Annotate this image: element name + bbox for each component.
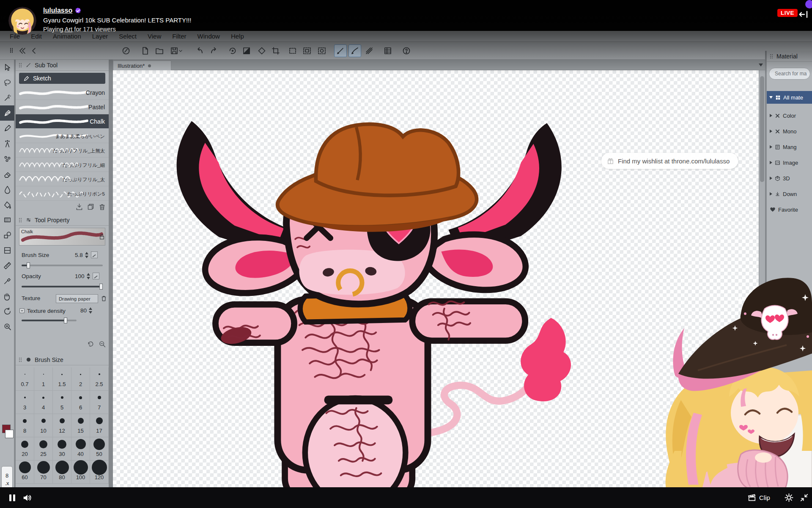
brush-frill-3[interactable]: たっぷりフリル_太	[16, 172, 109, 186]
exit-fullscreen-icon[interactable]	[797, 487, 811, 508]
menu-help[interactable]: Help	[225, 33, 250, 40]
clear-icon[interactable]	[226, 44, 239, 57]
material-item-download[interactable]: Down	[767, 188, 812, 200]
size-option[interactable]: 8	[16, 414, 34, 437]
tool-decoration[interactable]	[0, 151, 14, 166]
volume-button[interactable]	[20, 487, 34, 508]
size-option[interactable]: 2.5	[90, 367, 109, 391]
invert-icon[interactable]	[240, 44, 253, 57]
size-option[interactable]: 1	[34, 367, 53, 391]
streamer-avatar[interactable]	[8, 7, 36, 35]
brush-ribbon[interactable]: たっぷりリボン5	[16, 186, 109, 201]
show-all-settings-icon[interactable]	[98, 340, 106, 348]
tool-pencil[interactable]	[0, 121, 14, 136]
material-search[interactable]: Search for ma	[769, 68, 810, 80]
size-option[interactable]: 30	[53, 437, 71, 461]
tool-magic-wand[interactable]	[0, 90, 14, 105]
size-option[interactable]: 3	[16, 391, 34, 414]
material-item-manga[interactable]: Mang	[767, 141, 812, 153]
size-option[interactable]: 15	[71, 414, 90, 437]
undo-icon[interactable]	[193, 44, 206, 57]
size-option[interactable]: 10	[34, 414, 53, 437]
material-item-all-materials[interactable]: All mate	[767, 91, 812, 104]
size-option[interactable]: 17	[90, 414, 109, 437]
snap-special-ruler-icon[interactable]	[348, 44, 361, 57]
density-stepper[interactable]	[89, 307, 92, 314]
size-option[interactable]: 70	[34, 461, 53, 484]
tool-blend[interactable]	[0, 182, 14, 197]
tool-frame-border[interactable]	[0, 243, 14, 258]
tool-gradient[interactable]	[0, 212, 14, 227]
clip-button[interactable]: Clip	[748, 487, 770, 508]
opacity-control[interactable]: 100	[75, 273, 99, 279]
tool-fill-bucket[interactable]	[0, 197, 14, 212]
size-option[interactable]: 0.7	[16, 367, 34, 391]
brush-soft-pen[interactable]: まあまあ柔らかいペン	[16, 129, 109, 143]
size-option[interactable]: 1.5	[53, 367, 71, 391]
wishlist-chat-bubble[interactable]: Find my wishlist at throne.com/lululasso	[601, 153, 738, 169]
tool-lasso[interactable]	[0, 75, 14, 90]
brush-frill-2[interactable]: たっぷりフリル_細	[16, 157, 109, 172]
select-rect-icon[interactable]	[286, 44, 299, 57]
menu-window[interactable]: Window	[192, 33, 225, 40]
category-link[interactable]: Art	[65, 26, 73, 33]
size-option[interactable]: 25	[34, 437, 53, 461]
subtool-panel-header[interactable]: Sub Tool	[16, 60, 109, 71]
select-shrink-icon[interactable]	[301, 44, 313, 57]
texture-dropdown[interactable]: Drawing paper	[56, 294, 98, 303]
size-option[interactable]: 20	[16, 437, 34, 461]
background-color-swatch[interactable]	[5, 430, 14, 438]
new-canvas-icon[interactable]	[139, 44, 151, 57]
delete-subtool-icon[interactable]	[98, 203, 106, 211]
panel-splitter[interactable]	[109, 60, 113, 508]
tool-rotate-view[interactable]	[0, 304, 14, 319]
brush-chalk[interactable]: Chalk	[16, 114, 109, 129]
crop-icon[interactable]	[269, 44, 282, 57]
size-option[interactable]: 6	[71, 391, 90, 414]
tool-airbrush[interactable]	[0, 136, 14, 151]
tab-list-dropdown-icon[interactable]	[759, 64, 763, 66]
tool-move[interactable]	[0, 60, 14, 75]
brush-size-slider[interactable]	[22, 265, 103, 266]
size-option[interactable]: 5	[53, 391, 71, 414]
user-avatar-dot[interactable]	[805, 0, 812, 8]
size-option[interactable]: 100	[71, 461, 90, 484]
material-item-image[interactable]: Image	[767, 156, 812, 169]
brush-pastel[interactable]: Pastel	[16, 100, 109, 114]
tool-eraser[interactable]	[0, 166, 14, 182]
fill-icon[interactable]	[255, 44, 268, 57]
size-option[interactable]: 50	[90, 437, 109, 461]
material-item-color[interactable]: Color	[767, 109, 812, 122]
import-subtool-icon[interactable]	[75, 203, 83, 211]
onion-skin-icon[interactable]	[381, 44, 394, 57]
tool-ruler[interactable]	[0, 258, 14, 273]
brush-frill-1[interactable]: たっぷりフリル_上無太	[16, 143, 109, 157]
tool-hand[interactable]	[0, 288, 14, 304]
select-mask-icon[interactable]	[315, 44, 328, 57]
brush-size-stepper[interactable]	[85, 252, 88, 258]
canvas-tab[interactable]: Illustration*	[113, 61, 171, 70]
duplicate-subtool-icon[interactable]	[87, 203, 95, 211]
density-checkbox[interactable]	[19, 308, 25, 314]
reset-settings-icon[interactable]	[87, 340, 95, 348]
material-item-3d[interactable]: 3D	[767, 172, 812, 185]
collapse-panels-icon[interactable]	[16, 44, 29, 57]
size-option[interactable]: 80	[53, 461, 71, 484]
size-option[interactable]: 120	[90, 461, 109, 484]
streamer-name[interactable]: lululasso	[43, 7, 72, 14]
brush-size-header[interactable]: Brush Size	[16, 354, 109, 365]
open-file-icon[interactable]	[153, 44, 166, 57]
pause-button[interactable]	[6, 487, 19, 508]
material-header[interactable]: Material	[767, 51, 812, 62]
brush-crayon[interactable]: Crayon	[16, 86, 109, 100]
material-item-favorite[interactable]: Favorite	[767, 203, 812, 216]
brush-size-unit-button[interactable]	[91, 251, 98, 258]
size-option[interactable]: 7	[90, 391, 109, 414]
collapse-panel-icon[interactable]	[28, 44, 41, 57]
brush-size-control[interactable]: 5.8	[75, 251, 98, 258]
app-logo-icon[interactable]	[120, 44, 132, 57]
save-dropdown-icon[interactable]	[178, 44, 184, 57]
size-option[interactable]: 2	[71, 367, 90, 391]
opacity-stepper[interactable]	[87, 273, 90, 279]
size-option[interactable]: 4	[34, 391, 53, 414]
